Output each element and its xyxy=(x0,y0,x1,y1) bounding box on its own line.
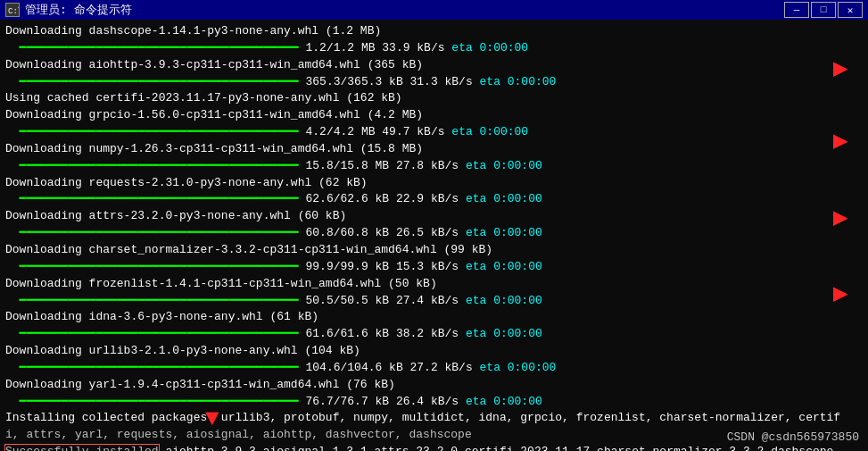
arrow-4: ◀ xyxy=(833,278,848,308)
window-title: 管理员: 命令提示符 xyxy=(25,2,132,18)
line-16: Downloading frozenlist-1.4.1-cp311-cp311… xyxy=(5,276,863,293)
minimize-button[interactable]: — xyxy=(784,2,809,18)
line-8: Downloading numpy-1.26.3-cp311-cp311-win… xyxy=(5,141,863,158)
line-success: Successfully installed aiohttp-3.9.3 aio… xyxy=(5,444,863,451)
line-22: Downloading yarl-1.9.4-cp311-cp311-win_a… xyxy=(5,377,863,394)
line-15: ━━━━━━━━━━━━━━━━━━━━━━━━━━━━━━━━━━━━━━━━… xyxy=(5,259,863,276)
arrow-1: ◀ xyxy=(833,53,848,83)
watermark: CSDN @csdn565973850 xyxy=(727,430,859,444)
title-bar: C:\ 管理员: 命令提示符 — □ ✕ xyxy=(0,0,868,20)
cmd-icon: C:\ xyxy=(5,3,20,17)
title-bar-buttons: — □ ✕ xyxy=(784,2,863,18)
line-2: ━━━━━━━━━━━━━━━━━━━━━━━━━━━━━━━━━━━━━━━━… xyxy=(5,40,863,57)
line-11: ━━━━━━━━━━━━━━━━━━━━━━━━━━━━━━━━━━━━━━━━… xyxy=(5,191,863,208)
line-17: ━━━━━━━━━━━━━━━━━━━━━━━━━━━━━━━━━━━━━━━━… xyxy=(5,293,863,310)
maximize-button[interactable]: □ xyxy=(811,2,836,18)
line-12: Downloading attrs-23.2.0-py3-none-any.wh… xyxy=(5,208,863,225)
arrow-3: ◀ xyxy=(833,202,848,232)
svg-text:C:\: C:\ xyxy=(8,7,19,16)
arrow-2: ◀ xyxy=(833,125,848,155)
line-19: ━━━━━━━━━━━━━━━━━━━━━━━━━━━━━━━━━━━━━━━━… xyxy=(5,326,863,343)
line-3: Downloading aiohttp-3.9.3-cp311-cp311-wi… xyxy=(5,57,863,74)
close-button[interactable]: ✕ xyxy=(838,2,863,18)
line-9: ━━━━━━━━━━━━━━━━━━━━━━━━━━━━━━━━━━━━━━━━… xyxy=(5,158,863,175)
line-1: Downloading dashscope-1.14.1-py3-none-an… xyxy=(5,23,863,40)
terminal-body: Downloading dashscope-1.14.1-py3-none-an… xyxy=(0,20,868,451)
arrow-5: ▲ xyxy=(205,405,219,431)
line-10: Downloading requests-2.31.0-py3-none-any… xyxy=(5,175,863,192)
line-6: Downloading grpcio-1.56.0-cp311-cp311-wi… xyxy=(5,107,863,124)
line-20: Downloading urllib3-2.1.0-py3-none-any.w… xyxy=(5,343,863,360)
line-13: ━━━━━━━━━━━━━━━━━━━━━━━━━━━━━━━━━━━━━━━━… xyxy=(5,225,863,242)
line-18: Downloading idna-3.6-py3-none-any.whl (6… xyxy=(5,309,863,326)
line-7: ━━━━━━━━━━━━━━━━━━━━━━━━━━━━━━━━━━━━━━━━… xyxy=(5,124,863,141)
line-23: ━━━━━━━━━━━━━━━━━━━━━━━━━━━━━━━━━━━━━━━━… xyxy=(5,394,863,411)
line-14: Downloading charset_normalizer-3.3.2-cp3… xyxy=(5,242,863,259)
line-5: Using cached certifi-2023.11.17-py3-none… xyxy=(5,90,863,107)
line-21: ━━━━━━━━━━━━━━━━━━━━━━━━━━━━━━━━━━━━━━━━… xyxy=(5,360,863,377)
line-4: ━━━━━━━━━━━━━━━━━━━━━━━━━━━━━━━━━━━━━━━━… xyxy=(5,74,863,91)
title-bar-left: C:\ 管理员: 命令提示符 xyxy=(5,2,132,18)
